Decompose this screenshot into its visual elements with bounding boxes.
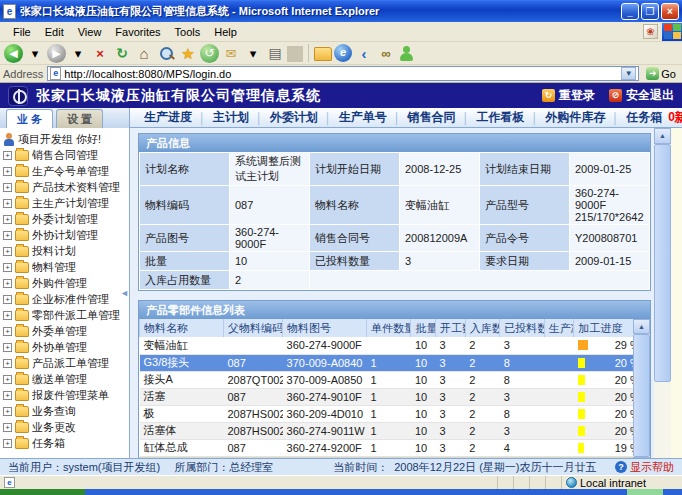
sidebar-collapse-icon[interactable]: ◄ [120, 288, 129, 298]
tree-node-4[interactable]: +外委计划管理 [3, 211, 129, 227]
expand-icon[interactable]: + [3, 183, 12, 192]
tab-business[interactable]: 业 务 [6, 109, 53, 128]
expand-icon[interactable]: + [3, 231, 12, 240]
menu-item-favorites[interactable]: Favorites [108, 24, 167, 40]
column-header[interactable]: 单件数量 [367, 319, 411, 337]
tree-node-14[interactable]: +缴送单管理 [3, 371, 129, 387]
vscroll-thumb[interactable] [633, 334, 650, 457]
column-header[interactable]: 开工数 [436, 319, 466, 337]
column-header[interactable]: 物料图号 [283, 319, 367, 337]
ie-globe-icon[interactable]: e [334, 44, 352, 62]
dropdown-caret-icon[interactable]: ▾ [25, 44, 45, 63]
scroll-down-icon[interactable]: ▼ [633, 457, 650, 459]
column-header[interactable]: 已投料数 [500, 319, 544, 337]
dropdown-caret-icon[interactable]: ▾ [68, 44, 88, 63]
main-scroll-up-icon[interactable]: ▲ [654, 128, 671, 144]
nav-link-0[interactable]: 生产进度 [144, 109, 192, 126]
forward-icon[interactable]: ▶ [47, 44, 66, 63]
expand-icon[interactable]: + [3, 167, 12, 176]
table-row[interactable]: 极2087HS002360-209-4D01011032820 % [140, 405, 634, 422]
expand-icon[interactable]: + [3, 199, 12, 208]
messenger-icon[interactable] [398, 44, 414, 62]
tree-node-12[interactable]: +外协单管理 [3, 339, 129, 355]
tree-node-18[interactable]: +任务箱 [3, 435, 129, 451]
expand-icon[interactable]: + [3, 375, 12, 384]
hscroll-thumb[interactable] [247, 458, 533, 459]
home-icon[interactable]: ⌂ [134, 44, 154, 63]
tree-node-5[interactable]: +外协计划管理 [3, 227, 129, 243]
tab-settings[interactable]: 设 置 [56, 109, 103, 128]
nav-link-7[interactable]: 任务箱 [626, 109, 662, 126]
tree-node-0[interactable]: +销售合同管理 [3, 147, 129, 163]
tree-node-1[interactable]: +生产令号单管理 [3, 163, 129, 179]
main-vscrollbar[interactable]: ▲ [654, 128, 671, 458]
menu-item-tools[interactable]: Tools [168, 24, 208, 40]
expand-icon[interactable]: + [3, 359, 12, 368]
tree-node-7[interactable]: +物料管理 [3, 259, 129, 275]
column-header[interactable]: 物料名称 [140, 319, 224, 337]
nav-link-5[interactable]: 工作看板 [476, 109, 524, 126]
minimize-button[interactable]: _ [621, 3, 639, 20]
table-row[interactable]: 接头A2087QT002370-009-A085011032820 % [140, 371, 634, 388]
main-vscroll-track[interactable] [654, 382, 671, 458]
table-row[interactable]: 变幅油缸360-274-9000F1032329 % [140, 337, 634, 354]
parts-hscrollbar[interactable]: ◀ ▶ [139, 457, 633, 459]
table-row[interactable]: G3/8接头087370-009-A084011032820 % [140, 354, 634, 371]
scroll-right-icon[interactable]: ▶ [617, 458, 633, 459]
print-icon[interactable]: ▤ [265, 44, 285, 63]
column-header[interactable]: 父物料编码 [223, 319, 282, 337]
msn-icon[interactable]: ‹ [354, 44, 374, 63]
tree-node-15[interactable]: +报废件管理菜单 [3, 387, 129, 403]
favorites-icon[interactable]: ★ [178, 44, 198, 63]
expand-icon[interactable]: + [3, 263, 12, 272]
window-titlebar[interactable]: e 张家口长城液压油缸有限公司管理信息系统 - Microsoft Intern… [0, 0, 682, 22]
refresh-icon[interactable]: ↻ [112, 44, 132, 63]
expand-icon[interactable]: + [3, 439, 12, 448]
menu-item-file[interactable]: File [6, 24, 38, 40]
column-header[interactable]: 批量 [411, 319, 436, 337]
column-header[interactable]: 生产准备 [544, 319, 574, 337]
tree-node-17[interactable]: +业务更改 [3, 419, 129, 435]
expand-icon[interactable]: + [3, 295, 12, 304]
dropdown-caret-icon[interactable]: ▾ [243, 44, 263, 63]
table-row[interactable]: 活塞体2087HS002360-274-9011W11032320 % [140, 422, 634, 439]
column-header[interactable]: 加工进度 [574, 319, 633, 337]
address-dropdown-icon[interactable]: ▼ [621, 67, 636, 80]
tree-node-8[interactable]: +外购件管理 [3, 275, 129, 291]
tree-node-16[interactable]: +业务查询 [3, 403, 129, 419]
tree-node-9[interactable]: +企业标准件管理 [3, 291, 129, 307]
menu-item-help[interactable]: Help [207, 24, 244, 40]
close-button[interactable]: × [661, 3, 679, 20]
nav-link-1[interactable]: 主计划 [213, 109, 249, 126]
tree-node-10[interactable]: +零部件派工单管理 [3, 307, 129, 323]
search-icon[interactable] [156, 44, 176, 63]
menu-item-edit[interactable]: Edit [38, 24, 71, 40]
expand-icon[interactable]: + [3, 343, 12, 352]
edit-icon[interactable] [287, 46, 303, 62]
address-input[interactable]: e http://localhost:8080/MPS/login.do ▼ [47, 66, 639, 81]
nav-link-6[interactable]: 外购件库存 [545, 109, 605, 126]
scroll-left-icon[interactable]: ◀ [139, 458, 155, 459]
table-row[interactable]: 缸体总成087360-274-9200F11032419 % [140, 439, 634, 456]
expand-icon[interactable]: + [3, 151, 12, 160]
tree-node-13[interactable]: +产品派工单管理 [3, 355, 129, 371]
column-header[interactable]: 入库数 [465, 319, 500, 337]
notes-icon[interactable] [314, 47, 332, 61]
logout-link[interactable]: ⊘ 安全退出 [609, 87, 674, 104]
scroll-up-icon[interactable]: ▲ [633, 319, 650, 334]
nav-link-4[interactable]: 销售合同 [408, 109, 456, 126]
expand-icon[interactable]: + [3, 279, 12, 288]
back-icon[interactable]: ◀ [4, 44, 23, 63]
parts-vscrollbar[interactable]: ▲ ▼ [633, 319, 650, 458]
research-icon[interactable]: ∞ [376, 44, 396, 63]
expand-icon[interactable]: + [3, 327, 12, 336]
mail-icon[interactable]: ✉ [221, 44, 241, 63]
expand-icon[interactable]: + [3, 215, 12, 224]
show-help-link[interactable]: ? 显示帮助 [615, 460, 674, 475]
nav-link-3[interactable]: 生产单号 [339, 109, 387, 126]
expand-icon[interactable]: + [3, 311, 12, 320]
expand-icon[interactable]: + [3, 407, 12, 416]
history-icon[interactable]: ↺ [200, 44, 219, 63]
table-row[interactable]: 活塞087360-274-9010F11032320 % [140, 388, 634, 405]
tree-node-3[interactable]: +主生产计划管理 [3, 195, 129, 211]
